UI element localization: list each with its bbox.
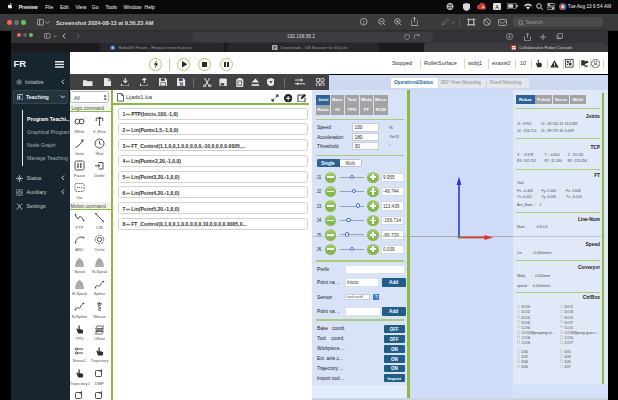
svg-text:A: A xyxy=(495,4,499,10)
svg-text:N: N xyxy=(180,81,183,86)
svg-text:?: ? xyxy=(375,294,378,300)
svg-text:i: i xyxy=(363,19,365,25)
